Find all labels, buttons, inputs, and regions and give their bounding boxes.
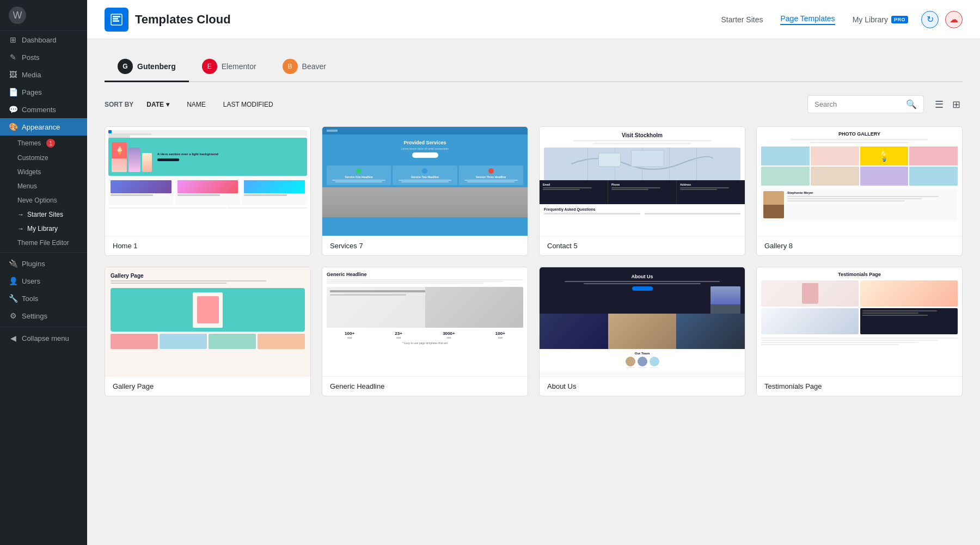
sidebar-sub-my-library[interactable]: → My Library [0,222,87,236]
template-card-gallery-8[interactable]: PHOTO GALLERY 💡 [756,126,963,256]
sidebar-item-media[interactable]: 🖼 Media [0,66,87,83]
search-icon: 🔍 [906,99,917,109]
template-card-gallery-page[interactable]: Gallery Page Gallery Pag [105,267,311,396]
tab-elementor[interactable]: E Elementor [189,52,270,82]
sidebar-item-label: Appearance [22,123,60,131]
cloud-button[interactable]: ☁ [945,11,963,28]
sidebar-collapse[interactable]: ◀ Collapse menu [0,329,87,347]
sort-name-label: NAME [187,101,206,108]
tab-gutenberg-label: Gutenberg [137,62,176,71]
template-label-about: About Us [540,376,745,396]
sidebar-item-pages[interactable]: 📄 Pages [0,83,87,101]
settings-icon: ⚙ [9,311,17,320]
cloud-icon: ☁ [950,14,958,25]
sidebar-sub-menus[interactable]: Menus [0,179,87,193]
toolbar: SORT BY DATE ▾ NAME LAST MODIFIED 🔍 ☰ ⊞ [105,95,963,113]
sidebar-sub-label: Widgets [17,168,41,176]
sidebar-item-settings[interactable]: ⚙ Settings [0,307,87,324]
template-card-about-us[interactable]: About Us [539,267,745,396]
sort-last-modified-label: LAST MODIFIED [223,101,273,108]
sidebar-sub-label: My Library [27,225,58,232]
sidebar-sub-label: Neve Options [17,197,57,204]
sidebar-item-users[interactable]: 👤 Users [0,272,87,290]
grid-view-button[interactable]: ⊞ [950,96,963,113]
template-label-contact5: Contact 5 [540,236,745,255]
sidebar: W ⊞ Dashboard ✎ Posts 🖼 Media 📄 Pages 💬 … [0,0,87,545]
home1-top-bar [108,130,307,136]
sidebar-divider-2 [0,327,87,327]
collapse-icon: ◀ [9,334,17,342]
wp-logo-icon: W [9,7,26,24]
template-card-contact-5[interactable]: Visit Stockholm [539,126,745,256]
template-card-home-1[interactable]: 🍦 A Hero section over a light background [105,126,311,256]
home1-features [108,178,307,205]
sidebar-item-label: Media [22,71,41,79]
sort-by-label: SORT BY [105,101,133,108]
sidebar-item-appearance[interactable]: 🎨 Appearance [0,118,87,136]
pro-badge: PRO [891,16,908,23]
sort-last-modified-button[interactable]: LAST MODIFIED [219,99,278,111]
sidebar-divider [0,252,87,253]
sidebar-sub-themes[interactable]: Themes 1 [0,136,87,151]
refresh-icon: ↻ [927,14,934,25]
my-library-arrow: → [17,225,24,232]
nav-my-library[interactable]: My Library PRO [853,15,908,24]
sidebar-item-label: Posts [22,53,40,62]
sidebar-sub-neve-options[interactable]: Neve Options [0,193,87,207]
sidebar-item-plugins[interactable]: 🔌 Plugins [0,255,87,272]
plugins-icon: 🔌 [9,259,17,268]
template-preview-contact5: Visit Stockholm [540,127,745,236]
sort-date-button[interactable]: DATE ▾ [142,99,174,111]
template-card-services-7[interactable]: Provided Services Lorem ipsum dolor sit … [322,126,528,256]
template-card-testimonials[interactable]: Testimonials Page [756,267,963,396]
template-label-services7: Services 7 [322,236,528,255]
themes-badge: 1 [46,139,55,148]
gutenberg-icon: G [118,59,133,74]
sidebar-sub-widgets[interactable]: Widgets [0,165,87,179]
sidebar-sub-theme-file-editor[interactable]: Theme File Editor [0,236,87,250]
comments-icon: 💬 [9,105,17,114]
template-preview-home1: 🍦 A Hero section over a light background [105,127,310,236]
template-preview-about: About Us [540,267,745,376]
sort-date-label: DATE [146,101,164,108]
media-icon: 🖼 [9,70,17,79]
tc-title: Templates Cloud [135,13,231,27]
nav-page-templates[interactable]: Page Templates [780,14,835,25]
sort-name-button[interactable]: NAME [182,99,210,111]
pages-icon: 📄 [9,88,17,96]
template-preview-services7: Provided Services Lorem ipsum dolor sit … [322,127,528,236]
template-card-generic[interactable]: Generic Headline 100+ st [322,267,528,396]
sidebar-item-comments[interactable]: 💬 Comments [0,101,87,118]
header-icons: ↻ ☁ [921,11,963,28]
sidebar-item-label: Users [22,277,40,285]
page-header: Templates Cloud Starter Sites Page Templ… [87,0,980,39]
users-icon: 👤 [9,277,17,285]
sidebar-item-dashboard[interactable]: ⊞ Dashboard [0,31,87,48]
header-nav: Starter Sites Page Templates My Library … [721,14,908,25]
refresh-button[interactable]: ↻ [921,11,939,28]
starter-sites-arrow: → [17,211,24,218]
sidebar-logo: W [0,0,87,31]
sidebar-sub-starter-sites[interactable]: → Starter Sites [0,207,87,222]
sidebar-sub-customize[interactable]: Customize [0,151,87,165]
template-label-testimonials: Testimonials Page [757,376,962,396]
templates-grid: 🍦 A Hero section over a light background [105,126,963,396]
sidebar-item-posts[interactable]: ✎ Posts [0,48,87,66]
home1-hero: 🍦 A Hero section over a light background [108,138,307,176]
sidebar-item-tools[interactable]: 🔧 Tools [0,290,87,307]
nav-starter-sites[interactable]: Starter Sites [721,15,763,24]
tc-logo-box [105,8,128,32]
sidebar-sub-label: Theme File Editor [17,239,69,247]
dashboard-icon: ⊞ [9,35,17,44]
main-area: Templates Cloud Starter Sites Page Templ… [87,0,980,545]
tab-gutenberg[interactable]: G Gutenberg [105,52,189,82]
builder-tabs: G Gutenberg E Elementor B Beaver [105,52,963,82]
tab-beaver[interactable]: B Beaver [270,52,339,82]
sidebar-item-label: Comments [22,106,56,114]
svg-rect-2 [599,153,621,167]
tab-elementor-label: Elementor [222,62,256,71]
template-label-generic: Generic Headline [322,376,528,396]
list-view-button[interactable]: ☰ [933,96,946,113]
search-input[interactable] [814,100,902,108]
sort-date-arrow: ▾ [166,101,169,108]
